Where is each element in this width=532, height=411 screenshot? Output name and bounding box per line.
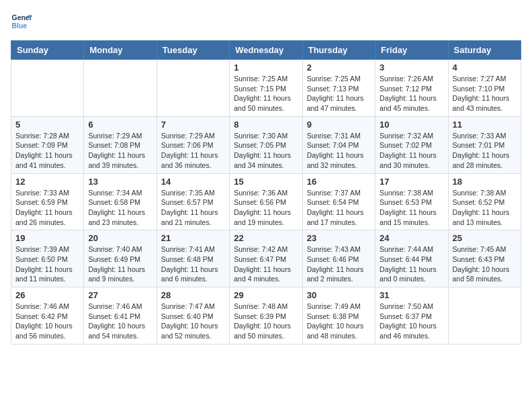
day-cell-4: 4Sunrise: 7:27 AM Sunset: 7:10 PM Daylig… xyxy=(448,60,521,117)
day-info: Sunrise: 7:37 AM Sunset: 6:54 PM Dayligh… xyxy=(307,188,371,228)
day-number: 19 xyxy=(15,233,79,243)
day-info: Sunrise: 7:27 AM Sunset: 7:10 PM Dayligh… xyxy=(453,74,517,113)
week-row-3: 12Sunrise: 7:33 AM Sunset: 6:59 PM Dayli… xyxy=(11,173,521,230)
day-cell-12: 12Sunrise: 7:33 AM Sunset: 6:59 PM Dayli… xyxy=(11,173,84,230)
day-number: 1 xyxy=(234,62,298,73)
weekday-header-friday: Friday xyxy=(375,41,448,60)
day-number: 2 xyxy=(307,62,371,73)
empty-cell xyxy=(448,287,521,345)
day-cell-5: 5Sunrise: 7:28 AM Sunset: 7:09 PM Daylig… xyxy=(11,116,84,173)
day-number: 20 xyxy=(88,233,152,243)
day-number: 29 xyxy=(234,290,298,300)
day-cell-2: 2Sunrise: 7:25 AM Sunset: 7:13 PM Daylig… xyxy=(302,60,375,117)
day-number: 14 xyxy=(161,177,225,187)
day-number: 31 xyxy=(380,290,443,300)
day-cell-21: 21Sunrise: 7:41 AM Sunset: 6:48 PM Dayli… xyxy=(157,230,229,287)
weekday-header-row: SundayMondayTuesdayWednesdayThursdayFrid… xyxy=(11,41,521,60)
day-number: 21 xyxy=(161,233,225,243)
day-info: Sunrise: 7:45 AM Sunset: 6:43 PM Dayligh… xyxy=(453,244,517,284)
day-info: Sunrise: 7:43 AM Sunset: 6:46 PM Dayligh… xyxy=(307,244,371,284)
day-info: Sunrise: 7:25 AM Sunset: 7:13 PM Dayligh… xyxy=(307,74,371,113)
day-cell-25: 25Sunrise: 7:45 AM Sunset: 6:43 PM Dayli… xyxy=(448,230,521,287)
day-cell-3: 3Sunrise: 7:26 AM Sunset: 7:12 PM Daylig… xyxy=(375,60,448,117)
day-cell-15: 15Sunrise: 7:36 AM Sunset: 6:56 PM Dayli… xyxy=(230,173,302,230)
day-cell-14: 14Sunrise: 7:35 AM Sunset: 6:57 PM Dayli… xyxy=(157,173,229,230)
day-number: 13 xyxy=(88,177,152,187)
day-cell-7: 7Sunrise: 7:29 AM Sunset: 7:06 PM Daylig… xyxy=(157,116,229,173)
day-number: 16 xyxy=(307,177,371,187)
empty-cell xyxy=(84,60,157,117)
day-number: 6 xyxy=(88,120,152,130)
day-cell-11: 11Sunrise: 7:33 AM Sunset: 7:01 PM Dayli… xyxy=(448,116,521,173)
day-info: Sunrise: 7:34 AM Sunset: 6:58 PM Dayligh… xyxy=(88,188,152,228)
day-number: 8 xyxy=(234,120,298,130)
day-number: 28 xyxy=(161,290,225,300)
day-info: Sunrise: 7:33 AM Sunset: 6:59 PM Dayligh… xyxy=(15,188,79,228)
day-cell-6: 6Sunrise: 7:29 AM Sunset: 7:08 PM Daylig… xyxy=(84,116,157,173)
day-info: Sunrise: 7:28 AM Sunset: 7:09 PM Dayligh… xyxy=(15,131,79,171)
day-cell-28: 28Sunrise: 7:47 AM Sunset: 6:40 PM Dayli… xyxy=(157,287,229,345)
day-number: 4 xyxy=(453,62,517,73)
day-cell-13: 13Sunrise: 7:34 AM Sunset: 6:58 PM Dayli… xyxy=(84,173,157,230)
day-info: Sunrise: 7:36 AM Sunset: 6:56 PM Dayligh… xyxy=(234,188,298,228)
day-cell-16: 16Sunrise: 7:37 AM Sunset: 6:54 PM Dayli… xyxy=(302,173,375,230)
day-info: Sunrise: 7:25 AM Sunset: 7:15 PM Dayligh… xyxy=(234,74,298,113)
day-number: 10 xyxy=(380,120,443,130)
day-number: 22 xyxy=(234,233,298,243)
weekday-header-saturday: Saturday xyxy=(448,41,521,60)
day-info: Sunrise: 7:31 AM Sunset: 7:04 PM Dayligh… xyxy=(307,131,371,171)
day-info: Sunrise: 7:33 AM Sunset: 7:01 PM Dayligh… xyxy=(453,131,517,171)
day-number: 25 xyxy=(453,233,517,243)
day-number: 26 xyxy=(15,290,79,300)
day-number: 23 xyxy=(307,233,371,243)
day-number: 24 xyxy=(380,233,443,243)
day-info: Sunrise: 7:26 AM Sunset: 7:12 PM Dayligh… xyxy=(380,74,443,113)
day-info: Sunrise: 7:48 AM Sunset: 6:39 PM Dayligh… xyxy=(234,302,298,341)
day-number: 30 xyxy=(307,290,371,300)
week-row-5: 26Sunrise: 7:46 AM Sunset: 6:42 PM Dayli… xyxy=(11,287,521,345)
day-cell-20: 20Sunrise: 7:40 AM Sunset: 6:49 PM Dayli… xyxy=(84,230,157,287)
day-number: 3 xyxy=(380,62,443,73)
day-cell-31: 31Sunrise: 7:50 AM Sunset: 6:37 PM Dayli… xyxy=(375,287,448,345)
day-cell-8: 8Sunrise: 7:30 AM Sunset: 7:05 PM Daylig… xyxy=(230,116,302,173)
day-cell-17: 17Sunrise: 7:38 AM Sunset: 6:53 PM Dayli… xyxy=(375,173,448,230)
day-info: Sunrise: 7:38 AM Sunset: 6:52 PM Dayligh… xyxy=(453,188,517,228)
day-info: Sunrise: 7:30 AM Sunset: 7:05 PM Dayligh… xyxy=(234,131,298,171)
day-cell-22: 22Sunrise: 7:42 AM Sunset: 6:47 PM Dayli… xyxy=(230,230,302,287)
day-info: Sunrise: 7:46 AM Sunset: 6:41 PM Dayligh… xyxy=(88,302,152,341)
day-cell-9: 9Sunrise: 7:31 AM Sunset: 7:04 PM Daylig… xyxy=(302,116,375,173)
day-info: Sunrise: 7:32 AM Sunset: 7:02 PM Dayligh… xyxy=(380,131,443,171)
day-cell-26: 26Sunrise: 7:46 AM Sunset: 6:42 PM Dayli… xyxy=(11,287,84,345)
logo-icon: General Blue xyxy=(11,11,32,32)
day-info: Sunrise: 7:29 AM Sunset: 7:06 PM Dayligh… xyxy=(161,131,225,171)
day-cell-27: 27Sunrise: 7:46 AM Sunset: 6:41 PM Dayli… xyxy=(84,287,157,345)
weekday-header-sunday: Sunday xyxy=(11,41,84,60)
svg-text:Blue: Blue xyxy=(12,22,28,30)
day-cell-24: 24Sunrise: 7:44 AM Sunset: 6:44 PM Dayli… xyxy=(375,230,448,287)
day-info: Sunrise: 7:47 AM Sunset: 6:40 PM Dayligh… xyxy=(161,302,225,341)
day-info: Sunrise: 7:41 AM Sunset: 6:48 PM Dayligh… xyxy=(161,244,225,284)
day-info: Sunrise: 7:49 AM Sunset: 6:38 PM Dayligh… xyxy=(307,302,371,341)
logo: General Blue xyxy=(11,11,32,32)
day-info: Sunrise: 7:39 AM Sunset: 6:50 PM Dayligh… xyxy=(15,244,79,284)
empty-cell xyxy=(157,60,229,117)
weekday-header-monday: Monday xyxy=(84,41,157,60)
day-cell-29: 29Sunrise: 7:48 AM Sunset: 6:39 PM Dayli… xyxy=(230,287,302,345)
day-info: Sunrise: 7:29 AM Sunset: 7:08 PM Dayligh… xyxy=(88,131,152,171)
day-cell-18: 18Sunrise: 7:38 AM Sunset: 6:52 PM Dayli… xyxy=(448,173,521,230)
page-header: General Blue xyxy=(11,11,521,32)
day-number: 9 xyxy=(307,120,371,130)
day-cell-1: 1Sunrise: 7:25 AM Sunset: 7:15 PM Daylig… xyxy=(230,60,302,117)
day-number: 7 xyxy=(161,120,225,130)
day-number: 15 xyxy=(234,177,298,187)
weekday-header-wednesday: Wednesday xyxy=(230,41,302,60)
weekday-header-thursday: Thursday xyxy=(302,41,375,60)
day-number: 27 xyxy=(88,290,152,300)
day-number: 11 xyxy=(453,120,517,130)
day-cell-23: 23Sunrise: 7:43 AM Sunset: 6:46 PM Dayli… xyxy=(302,230,375,287)
week-row-1: 1Sunrise: 7:25 AM Sunset: 7:15 PM Daylig… xyxy=(11,60,521,117)
day-info: Sunrise: 7:35 AM Sunset: 6:57 PM Dayligh… xyxy=(161,188,225,228)
empty-cell xyxy=(11,60,84,117)
week-row-4: 19Sunrise: 7:39 AM Sunset: 6:50 PM Dayli… xyxy=(11,230,521,287)
day-info: Sunrise: 7:42 AM Sunset: 6:47 PM Dayligh… xyxy=(234,244,298,284)
